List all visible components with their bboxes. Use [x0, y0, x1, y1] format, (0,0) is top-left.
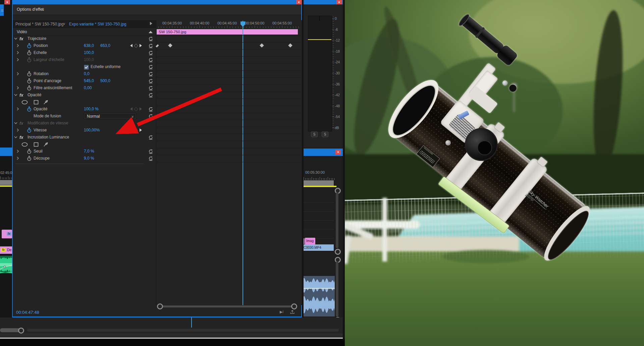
prev-keyframe-icon[interactable]	[130, 107, 132, 111]
left-work-area-bar[interactable]	[0, 180, 12, 185]
playhead-handle[interactable]	[240, 21, 245, 27]
solo-right-button[interactable]: S	[322, 131, 328, 137]
value-1[interactable]: 638,0	[84, 42, 94, 49]
meter-scale-label: -48	[335, 104, 340, 108]
close-icon[interactable]: x	[336, 0, 342, 4]
lane-gridline	[157, 162, 302, 162]
meter-tick-minor	[333, 119, 334, 119]
scrollbar-handle[interactable]	[18, 328, 24, 334]
tab-clip-instance[interactable]: Expo variante * SW 150-750.jpg	[69, 22, 126, 26]
value-1[interactable]: 545,0	[84, 77, 94, 84]
meter-scale-label: -54	[335, 115, 340, 119]
meter-tick	[332, 30, 334, 30]
value-1[interactable]: 100,0	[84, 49, 94, 56]
audio-clip-waveform[interactable]	[303, 276, 335, 316]
lane-clip-bar[interactable]: SW 150-750.jpg	[157, 29, 298, 35]
panel-menu-icon[interactable]: ≡	[41, 7, 44, 12]
value-2[interactable]: 653,0	[100, 42, 110, 49]
timeline-window-titlebar-fragment	[0, 148, 12, 156]
meter-tick	[332, 73, 334, 73]
stopwatch-icon[interactable]	[27, 156, 32, 163]
value-1[interactable]: 0,00	[84, 84, 92, 92]
meter-tick-minor	[333, 114, 334, 114]
add-keyframe-icon[interactable]	[134, 44, 138, 48]
reset-icon[interactable]	[148, 156, 153, 163]
add-keyframe-icon[interactable]	[134, 107, 138, 111]
ruler-tick	[290, 26, 291, 28]
panel-title: Options d'effet	[17, 7, 44, 12]
work-area-bar[interactable]	[303, 180, 334, 186]
ruler-tick	[332, 178, 333, 180]
close-icon[interactable]: x	[335, 150, 341, 155]
prev-keyframe-icon[interactable]	[130, 44, 132, 47]
value-2[interactable]: 500,0	[100, 77, 110, 84]
chevron-down-icon[interactable]: ∨	[63, 22, 65, 25]
keyframe-diamond[interactable]	[260, 43, 264, 48]
prev-keyframe-icon[interactable]	[130, 128, 132, 132]
tab-master-clip[interactable]: Principal * SW 150-750.jpg	[15, 22, 63, 26]
meter-tick-minor	[333, 85, 334, 86]
vertical-scrollbar[interactable]	[336, 192, 338, 248]
track-divider	[303, 220, 334, 221]
solo-left-button[interactable]: S	[311, 131, 318, 137]
ruler-tick	[230, 26, 230, 28]
ruler-tick	[175, 26, 175, 28]
meter-scale-label: dB	[335, 126, 339, 130]
current-timecode[interactable]: 00:04:47:48	[16, 310, 39, 315]
fx-icon[interactable]: fx	[19, 120, 23, 127]
fx-icon[interactable]: fx	[19, 92, 23, 99]
value-1[interactable]: 9,0 %	[84, 155, 94, 162]
left-clip-pink[interactable]: fx	[2, 230, 12, 238]
left-clip-audio-green[interactable]	[0, 256, 12, 273]
next-keyframe-icon[interactable]	[140, 128, 142, 132]
lane-gridline	[157, 120, 302, 120]
lane-zoom-scrollbar[interactable]	[159, 305, 296, 307]
ruler-tick	[304, 177, 304, 180]
effect-panel-titlebar[interactable]	[13, 0, 301, 4]
vertical-scroll-handle[interactable]	[335, 249, 341, 255]
timeline-ruler-ticks[interactable]	[303, 176, 335, 180]
meter-tick-minor	[333, 41, 334, 42]
close-button[interactable]: x	[4, 0, 10, 4]
value-1[interactable]: 0,0	[84, 70, 90, 77]
ruler-tick	[324, 178, 325, 180]
ruler-tick	[282, 25, 282, 28]
play-icon[interactable]	[150, 22, 152, 25]
ruler-tick	[0, 176, 1, 179]
meter-tick-minor	[333, 76, 334, 77]
ruler-tick	[310, 178, 310, 180]
lane-gridline	[157, 77, 302, 78]
lane-gridline	[157, 49, 302, 50]
scrollbar-track[interactable]	[27, 329, 339, 332]
value-1[interactable]: 100,00%	[84, 127, 100, 134]
ruler-tick	[293, 26, 293, 28]
keyframe-diamond[interactable]	[168, 43, 172, 48]
section-label: Modification de vitesse	[28, 120, 68, 127]
vertical-scrollbar[interactable]	[336, 262, 338, 316]
collapse-icon[interactable]	[149, 31, 153, 33]
video-clip[interactable]: C0030.MP4	[303, 244, 334, 251]
next-keyframe-icon[interactable]	[140, 44, 142, 47]
value-1[interactable]: 100,0 %	[84, 106, 99, 113]
close-icon[interactable]: x	[296, 0, 302, 4]
value-1[interactable]: 100,0	[84, 56, 94, 63]
next-keyframe-icon[interactable]	[140, 107, 142, 111]
row-decoupe: Découpe9,0 %	[13, 155, 156, 162]
left-clip-pink-2[interactable]: fx De	[0, 246, 12, 254]
image-clip[interactable]: Imag	[305, 238, 315, 245]
focuser-thumbscrew	[445, 140, 451, 146]
dropdown-mode-de-fusion[interactable]: Normal∨	[84, 113, 136, 119]
ruler-tick	[161, 26, 161, 28]
ruler-tick	[299, 26, 299, 28]
keyframe-diamond[interactable]	[288, 43, 292, 48]
add-keyframe-icon[interactable]	[134, 128, 138, 132]
twirl-closed-icon[interactable]	[16, 157, 19, 164]
video-section-header[interactable]: Vidéo	[13, 28, 156, 36]
scrollbar-thumb[interactable]	[0, 328, 21, 332]
value-1[interactable]: 7,0 %	[84, 148, 94, 155]
fx-icon[interactable]: fx	[19, 134, 23, 141]
checkbox-echelle-uniforme[interactable]	[84, 65, 89, 70]
fx-icon[interactable]: fx	[19, 35, 23, 42]
bracket-adjust-knob	[502, 80, 507, 85]
panel-menu-icon[interactable]: ≡	[1, 8, 4, 13]
